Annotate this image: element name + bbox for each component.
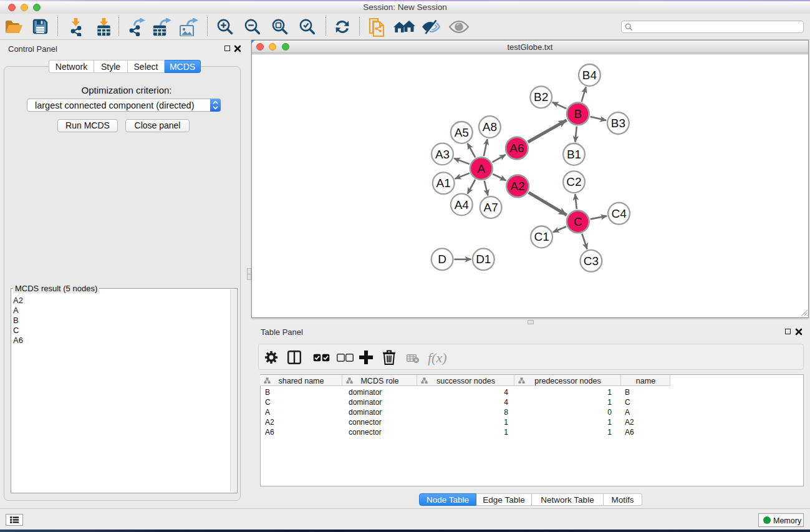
svg-text:B3: B3 — [611, 117, 625, 130]
svg-text:C3: C3 — [584, 254, 599, 268]
svg-text:A5: A5 — [455, 126, 469, 139]
svg-text:B4: B4 — [582, 69, 597, 82]
svg-text:C1: C1 — [534, 230, 549, 243]
svg-text:B: B — [574, 107, 582, 120]
svg-text:A: A — [478, 162, 486, 175]
svg-text:A2: A2 — [511, 180, 525, 193]
svg-text:A6: A6 — [509, 142, 524, 155]
svg-text:C4: C4 — [611, 207, 627, 220]
svg-text:B1: B1 — [567, 148, 581, 161]
svg-text:C2: C2 — [566, 175, 581, 188]
svg-text:A8: A8 — [483, 120, 497, 133]
svg-text:C: C — [574, 215, 582, 228]
svg-text:A7: A7 — [483, 201, 498, 214]
svg-text:B2: B2 — [534, 90, 548, 104]
svg-text:D1: D1 — [476, 253, 491, 266]
svg-text:A1: A1 — [436, 177, 451, 190]
svg-text:A4: A4 — [455, 198, 470, 211]
svg-text:A3: A3 — [435, 148, 450, 161]
svg-text:D: D — [438, 253, 446, 266]
